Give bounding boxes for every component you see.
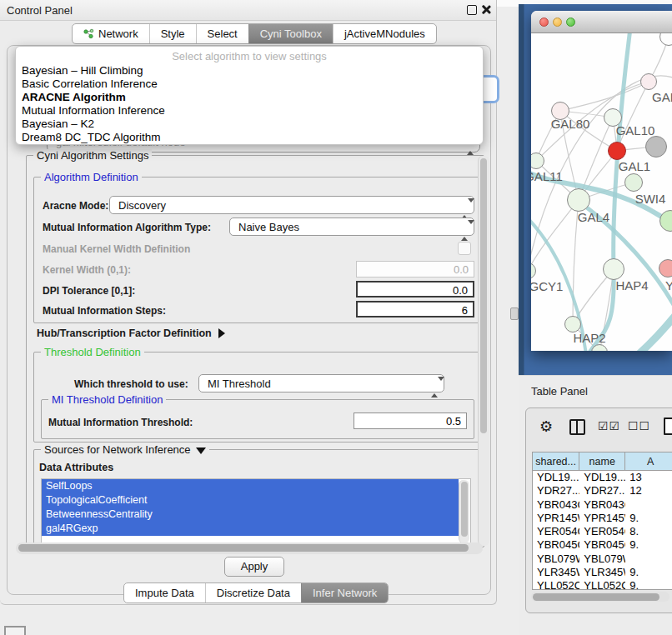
dropdown-item-selected[interactable]: ARACNE Algorithm bbox=[22, 91, 126, 103]
document-icon[interactable] bbox=[664, 418, 672, 435]
tab-select[interactable]: Select bbox=[196, 24, 248, 43]
table-row[interactable]: YPR145WYPR145W9. bbox=[533, 512, 672, 525]
attribute-item[interactable]: gal4RGexp bbox=[42, 522, 459, 536]
network-node[interactable] bbox=[640, 73, 657, 90]
manual-kernel-checkbox[interactable] bbox=[458, 242, 471, 255]
hub-tf-definition-toggle[interactable]: Hub/Transcription Factor Definition bbox=[37, 328, 225, 339]
network-node[interactable] bbox=[659, 259, 672, 278]
kernel-width-field[interactable]: 0.0 bbox=[356, 261, 474, 278]
settings-vertical-scrollbar[interactable] bbox=[478, 156, 489, 546]
table-row[interactable]: YER054CYER054C8. bbox=[533, 525, 672, 538]
mi-steps-field[interactable]: 6 bbox=[356, 301, 474, 318]
network-node[interactable] bbox=[567, 188, 590, 212]
network-node[interactable] bbox=[645, 136, 667, 158]
data-attributes-list[interactable]: SelfLoops TopologicalCoefficient Between… bbox=[41, 478, 471, 545]
mi-algorithm-type-combo[interactable]: Naive Bayes bbox=[229, 218, 474, 236]
attribute-item[interactable]: BetweennessCentrality bbox=[42, 508, 459, 522]
table-row[interactable]: YDR27...YDR27...12 bbox=[533, 484, 672, 498]
table-cell: YDR27... bbox=[579, 484, 625, 498]
table-cell: 13 bbox=[625, 471, 672, 484]
dropdown-item[interactable]: Bayesian – K2 bbox=[22, 118, 94, 130]
table-cell: YBL079W bbox=[533, 552, 579, 566]
network-canvas[interactable]: GALGAL80GAL10GAL1GAL11SWI4GAL4GCY1HAP4YH… bbox=[531, 33, 672, 351]
group-title: Algorithm Definition bbox=[41, 171, 142, 183]
mi-threshold-field[interactable]: 0.5 bbox=[354, 412, 467, 429]
tab-label: Select bbox=[208, 28, 238, 40]
tab-jactivemnodules[interactable]: jActiveMNodules bbox=[333, 24, 436, 43]
node-table: shared... name A YDL19...YDL19...13YDR27… bbox=[532, 452, 672, 590]
threshold-definition-group: Threshold Definition Which threshold to … bbox=[33, 352, 480, 442]
sources-toggle[interactable]: Sources for Network Inference bbox=[41, 443, 209, 456]
tab-discretize-data[interactable]: Discretize Data bbox=[205, 583, 301, 602]
control-panel-titlebar: Control Panel bbox=[0, 0, 496, 21]
table-cell: YPR145W bbox=[533, 512, 579, 525]
table-cell: YLR345W bbox=[579, 566, 625, 579]
dropdown-item[interactable]: Basic Correlation Inference bbox=[22, 78, 158, 90]
gear-icon[interactable]: ⚙ bbox=[539, 418, 553, 436]
zoom-traffic-light-icon[interactable] bbox=[566, 18, 575, 27]
hub-tf-label: Hub/Transcription Factor Definition bbox=[37, 328, 212, 339]
network-node-label: GCY1 bbox=[531, 279, 563, 293]
stepper-arrows-icon bbox=[461, 222, 468, 240]
aracne-mode-combo[interactable]: Discovery bbox=[109, 196, 474, 214]
algorithm-definition-group: Algorithm Definition Aracne Mode: Discov… bbox=[33, 177, 480, 323]
settings-horizontal-scrollbar[interactable] bbox=[16, 542, 483, 554]
manual-kernel-label: Manual Kernel Width Definition bbox=[43, 243, 190, 255]
table-row[interactable]: YDL19...YDL19...13 bbox=[533, 471, 672, 484]
dpi-tolerance-field[interactable]: 0.0 bbox=[356, 281, 474, 298]
network-node[interactable] bbox=[603, 258, 624, 280]
table-cell: YBR043C bbox=[533, 498, 579, 512]
table-cell: YBR045C bbox=[533, 538, 579, 552]
table-row[interactable]: YLL052CYLL052C9. bbox=[533, 579, 672, 590]
table-cell bbox=[625, 552, 672, 566]
attribute-item[interactable]: SelfLoops bbox=[42, 479, 459, 493]
dpi-tolerance-label: DPI Tolerance [0,1]: bbox=[43, 285, 135, 297]
close-traffic-light-icon[interactable] bbox=[539, 18, 549, 27]
network-node-label: GAL4 bbox=[578, 210, 609, 224]
group-title: Threshold Definition bbox=[41, 346, 144, 358]
dropdown-item[interactable]: Mutual Information Inference bbox=[22, 104, 165, 117]
split-columns-icon[interactable] bbox=[569, 419, 585, 435]
mi-threshold-definition-group: MI Threshold Definition Mutual Informati… bbox=[41, 399, 474, 439]
select-all-checkboxes-icon[interactable]: ☑☑ bbox=[598, 419, 620, 432]
network-window-titlebar[interactable] bbox=[531, 11, 672, 33]
table-horizontal-scrollbar[interactable] bbox=[531, 592, 669, 602]
table-cell: YDL19... bbox=[533, 471, 579, 484]
dropdown-item[interactable]: Bayesian – Hill Climbing bbox=[22, 64, 143, 77]
network-node-label: Y bbox=[665, 278, 672, 292]
network-node[interactable] bbox=[608, 142, 626, 160]
table-row[interactable]: YBL079WYBL079W bbox=[533, 552, 672, 566]
dropdown-item[interactable]: Dream8 DC_TDC Algorithm bbox=[22, 131, 161, 143]
deselect-all-checkboxes-icon[interactable]: ☐☐ bbox=[628, 419, 650, 432]
table-row[interactable]: YBR043CYBR043C bbox=[533, 498, 672, 512]
tab-impute-data[interactable]: Impute Data bbox=[124, 583, 205, 602]
table-row[interactable]: YLR345WYLR345W9. bbox=[533, 566, 672, 579]
which-threshold-combo[interactable]: MI Threshold bbox=[198, 374, 444, 392]
tab-style[interactable]: Style bbox=[149, 24, 196, 43]
panel-splitter-handle[interactable] bbox=[510, 308, 519, 320]
float-window-icon[interactable] bbox=[467, 5, 477, 15]
expanded-arrow-icon bbox=[196, 448, 206, 454]
network-node-label: SWI4 bbox=[635, 192, 666, 206]
table-cell: 9. bbox=[625, 566, 672, 579]
attribute-item[interactable]: TopologicalCoefficient bbox=[42, 493, 459, 508]
list-scrollbar[interactable] bbox=[459, 480, 469, 543]
table-row[interactable]: YBR045CYBR045C9. bbox=[533, 538, 672, 552]
table-cell: YLL052C bbox=[579, 579, 625, 590]
tab-infer-network[interactable]: Infer Network bbox=[301, 583, 388, 602]
minimized-panel-icon[interactable] bbox=[4, 626, 26, 635]
network-node[interactable] bbox=[624, 173, 643, 192]
table-cell: YER054C bbox=[533, 525, 579, 538]
minimize-traffic-light-icon[interactable] bbox=[553, 18, 562, 27]
table-cell: YLR345W bbox=[533, 566, 579, 579]
column-header[interactable]: name bbox=[579, 452, 625, 471]
tab-cyni-toolbox[interactable]: Cyni Toolbox bbox=[248, 24, 333, 43]
cyni-algorithm-settings-group: Cyni Algorithm Settings Algorithm Defini… bbox=[26, 155, 484, 548]
column-header[interactable]: shared... bbox=[533, 452, 579, 471]
tab-network[interactable]: Network bbox=[73, 24, 149, 43]
column-header[interactable]: A bbox=[625, 452, 672, 471]
close-icon[interactable] bbox=[481, 4, 491, 14]
application-root: Control Panel Network Style Select Cyni … bbox=[0, 0, 672, 635]
apply-button[interactable]: Apply bbox=[224, 557, 284, 577]
network-desktop: GALGAL80GAL10GAL1GAL11SWI4GAL4GCY1HAP4YH… bbox=[519, 4, 672, 375]
